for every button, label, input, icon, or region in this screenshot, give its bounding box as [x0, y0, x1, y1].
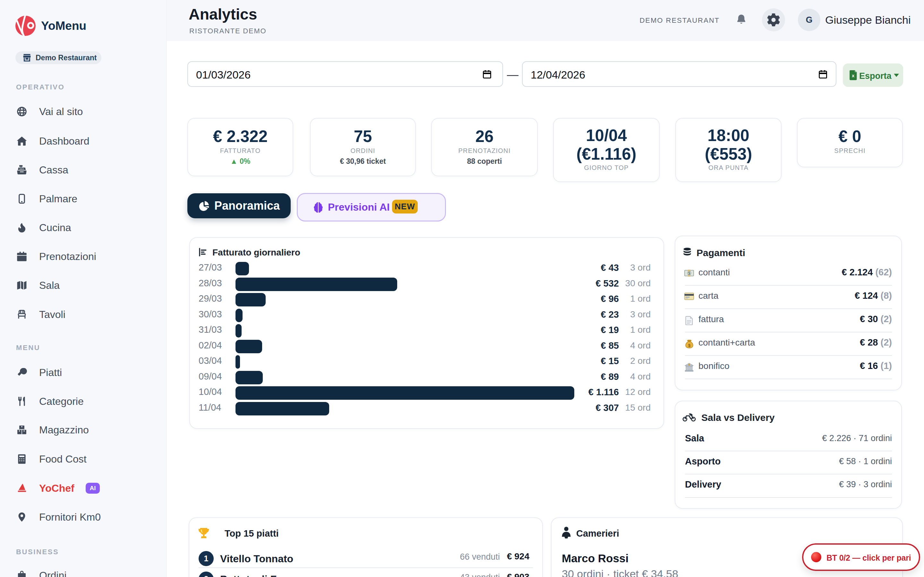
svg-text:$: $ [688, 271, 690, 275]
svg-text:x: x [852, 73, 855, 78]
svg-text:$: $ [688, 343, 691, 348]
